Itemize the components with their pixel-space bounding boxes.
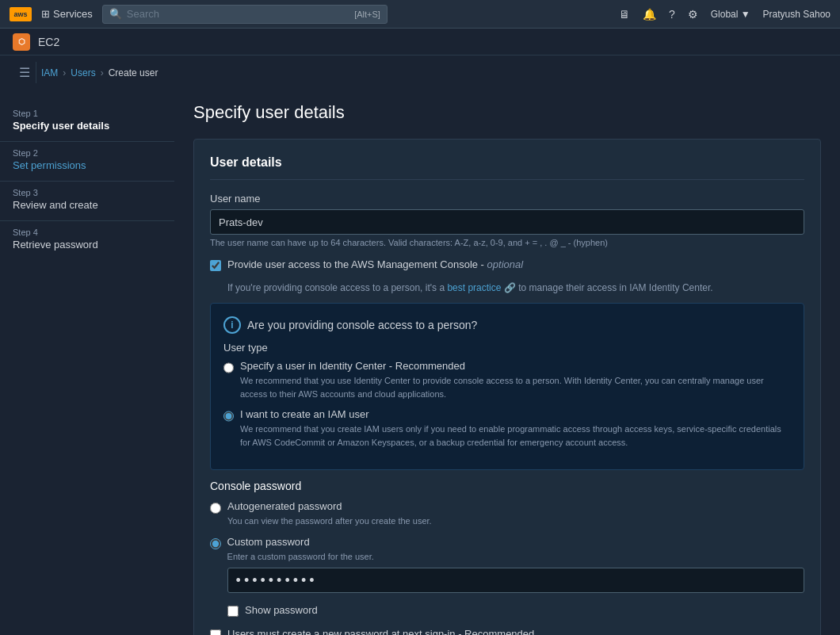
breadcrumb-current: Create user	[109, 67, 158, 78]
console-access-label[interactable]: Provide user access to the AWS Managemen…	[227, 258, 523, 270]
aws-logo: aws	[10, 7, 32, 21]
custom-password-option[interactable]: Custom password Enter a custom password …	[210, 536, 804, 594]
custom-radio[interactable]	[210, 538, 221, 549]
ec2-icon: ⬡	[13, 33, 30, 51]
user-type-label: User type	[223, 342, 791, 354]
new-password-checkbox[interactable]	[210, 629, 221, 635]
sidebar-step-2[interactable]: Step 2 Set permissions	[0, 142, 174, 182]
breadcrumb-sep-2: ›	[101, 67, 104, 78]
username-field-group: User name The user name can have up to 6…	[210, 193, 804, 247]
sidebar-toggle[interactable]: ☰	[13, 62, 36, 83]
breadcrumb: ☰ IAM › Users › Create user	[0, 55, 840, 90]
show-password-checkbox[interactable]	[227, 606, 239, 617]
main-layout: Step 1 Specify user details Step 2 Set p…	[0, 90, 840, 635]
username-label: User name	[210, 193, 804, 205]
identity-center-radio[interactable]	[223, 362, 234, 373]
sidebar-step-4: Step 4 Retrieve password	[0, 221, 174, 260]
services-menu[interactable]: ⊞ Services	[41, 8, 93, 20]
new-password-row: Users must create a new password at next…	[210, 628, 804, 635]
iam-user-radio[interactable]	[223, 411, 234, 422]
top-nav-right: 🖥 🔔 ? ⚙ Global ▼ Pratyush Sahoo	[619, 8, 830, 21]
service-bar: ⬡ EC2	[0, 29, 840, 55]
username-input[interactable]	[210, 209, 804, 235]
top-navigation: aws ⊞ Services 🔍 Search [Alt+S] 🖥 🔔 ? ⚙ …	[0, 0, 840, 29]
breadcrumb-users[interactable]: Users	[71, 67, 95, 78]
new-password-label[interactable]: Users must create a new password at next…	[227, 628, 534, 635]
info-icon: i	[223, 316, 241, 334]
best-practice-link[interactable]: best practice	[447, 282, 501, 293]
bell-icon[interactable]: 🔔	[643, 8, 656, 21]
user-details-card: User details User name The user name can…	[193, 139, 821, 635]
autogen-radio[interactable]	[210, 503, 221, 514]
password-input[interactable]	[227, 568, 804, 593]
steps-sidebar: Step 1 Specify user details Step 2 Set p…	[0, 90, 174, 635]
monitor-icon[interactable]: 🖥	[619, 8, 630, 21]
console-access-row: Provide user access to the AWS Managemen…	[210, 258, 804, 271]
console-access-desc: If you're providing console access to a …	[227, 282, 804, 293]
content-area: Specify user details User details User n…	[174, 90, 840, 635]
username-hint: The user name can have up to 64 characte…	[210, 238, 804, 247]
show-password-label[interactable]: Show password	[245, 604, 318, 616]
show-password-row: Show password	[227, 604, 804, 617]
sidebar-step-3: Step 3 Review and create	[0, 182, 174, 221]
console-access-checkbox[interactable]	[210, 260, 221, 271]
card-title: User details	[210, 155, 804, 180]
help-icon[interactable]: ?	[669, 8, 675, 21]
console-password-label: Console password	[210, 480, 804, 492]
autogen-password-option[interactable]: Autogenerated password You can view the …	[210, 500, 804, 528]
search-bar[interactable]: 🔍 Search [Alt+S]	[102, 5, 388, 24]
sidebar-step-1: Step 1 Specify user details	[0, 102, 174, 142]
grid-icon: ⊞	[41, 8, 50, 20]
page-title: Specify user details	[193, 102, 821, 123]
console-info-box: i Are you providing console access to a …	[210, 303, 804, 470]
breadcrumb-sep-1: ›	[63, 67, 66, 78]
breadcrumb-iam[interactable]: IAM	[41, 67, 58, 78]
radio-iam-user[interactable]: I want to create an IAM user We recommen…	[223, 408, 791, 449]
search-icon: 🔍	[109, 8, 122, 20]
service-name: EC2	[38, 36, 59, 48]
info-box-header: i Are you providing console access to a …	[223, 316, 791, 334]
radio-identity-center[interactable]: Specify a user in Identity Center - Reco…	[223, 360, 791, 400]
settings-icon[interactable]: ⚙	[688, 8, 698, 21]
